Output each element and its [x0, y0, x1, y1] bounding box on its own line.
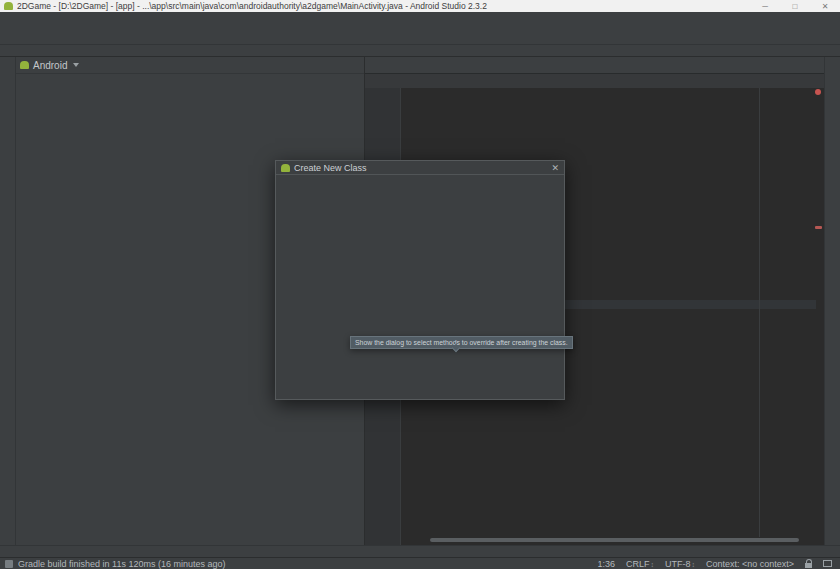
right-margin-guide	[759, 88, 760, 537]
project-view-selector[interactable]: Android	[33, 60, 67, 71]
title-bar: 2DGame - [D:\2DGame] - [app] - ...\app\s…	[0, 0, 840, 12]
chevron-down-icon	[73, 63, 79, 67]
context-indicator: Context: <no context>	[706, 559, 794, 569]
horizontal-scrollbar[interactable]	[430, 538, 799, 542]
project-panel-header: Android	[16, 57, 364, 74]
maximize-icon[interactable]: □	[780, 0, 810, 12]
navigation-bar	[0, 45, 840, 57]
android-view-icon	[20, 61, 29, 69]
dialog-close-icon[interactable]: ✕	[551, 163, 559, 173]
status-message: Gradle build finished in 11s 120ms (16 m…	[18, 559, 225, 569]
project-tree	[16, 74, 364, 76]
tool-window-bar	[0, 545, 840, 557]
android-studio-window: 2DGame - [D:\2DGame] - [app] - ...\app\s…	[0, 0, 840, 569]
right-tool-stripe	[824, 57, 840, 545]
window-title: 2DGame - [D:\2DGame] - [app] - ...\app\s…	[17, 1, 487, 11]
override-tooltip: Show the dialog to select methods to ove…	[350, 336, 573, 349]
dialog-title: Create New Class	[294, 163, 367, 173]
screen-icon[interactable]	[823, 560, 832, 567]
encoding-selector[interactable]: UTF-8	[665, 559, 695, 569]
line-ending-selector[interactable]: CRLF	[626, 559, 654, 569]
android-icon	[281, 164, 290, 172]
minimize-icon[interactable]: ─	[750, 0, 780, 12]
android-studio-logo-icon	[4, 2, 13, 10]
toolwindow-toggle-icon[interactable]	[5, 560, 13, 568]
close-icon[interactable]: ✕	[810, 0, 840, 12]
main-toolbar	[0, 26, 840, 45]
editor-tab-bar	[365, 57, 824, 74]
create-new-class-dialog: Create New Class ✕ Show the dialog to se…	[275, 160, 565, 400]
dialog-title-bar[interactable]: Create New Class ✕	[276, 161, 564, 175]
status-bar: Gradle build finished in 11s 120ms (16 m…	[0, 557, 840, 569]
left-tool-stripe	[0, 57, 16, 545]
error-stripe-mark[interactable]	[815, 226, 822, 229]
menu-bar	[0, 12, 840, 26]
error-indicator-icon[interactable]	[815, 89, 821, 95]
editor-top-band	[365, 74, 824, 88]
caret-position[interactable]: 1:36	[597, 559, 615, 569]
lock-icon[interactable]	[805, 563, 812, 568]
